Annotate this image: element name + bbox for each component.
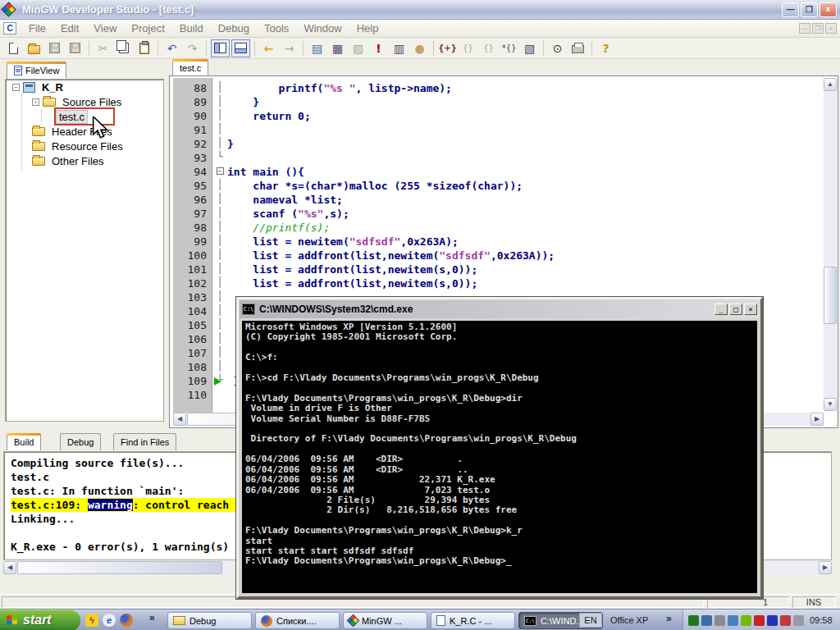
editor-vertical-scrollbar[interactable]: ▲ ▼: [824, 78, 837, 411]
code-line[interactable]: 90│ return 0;: [173, 109, 824, 123]
tab-find-in-files[interactable]: Find in Files: [113, 433, 176, 450]
code-line[interactable]: 98│ //printf(s);: [173, 221, 824, 235]
code-line[interactable]: 91│: [173, 123, 824, 137]
minimize-button[interactable]: —: [782, 2, 799, 17]
cmd-window[interactable]: C:\ C:\WINDOWS\System32\cmd.exe _ □ × Mi…: [236, 297, 763, 599]
scroll-up-arrow[interactable]: ▲: [824, 78, 837, 91]
menu-build[interactable]: Build: [172, 20, 211, 37]
tree-item-k-r[interactable]: -K_R: [6, 80, 163, 94]
menu-debug[interactable]: Debug: [211, 20, 257, 37]
task-doc[interactable]: K_R.C - ...: [431, 612, 515, 629]
code-line[interactable]: 89│ }: [173, 95, 824, 109]
scroll-down-arrow[interactable]: ▼: [824, 398, 837, 411]
navigate-forward-button[interactable]: →: [280, 39, 299, 57]
watch-window-button[interactable]: ▧: [520, 39, 539, 57]
scroll-right-arrow[interactable]: ▶: [819, 561, 832, 574]
menu-file[interactable]: File: [21, 20, 53, 37]
code-line[interactable]: 102│ list = addfront(list,newitem(s,0));: [173, 276, 824, 290]
scroll-thumb[interactable]: [17, 561, 222, 574]
cmd-title-bar[interactable]: C:\ C:\WINDOWS\System32\cmd.exe _ □ ×: [240, 300, 760, 318]
tab-test-c[interactable]: test.c: [172, 59, 208, 75]
expand-toggle[interactable]: -: [32, 98, 39, 106]
fold-collapse-icon[interactable]: −: [217, 167, 224, 175]
cmd-maximize-button[interactable]: □: [729, 304, 742, 315]
child-restore-button[interactable]: ❐: [812, 23, 824, 34]
remove-breakpoint-button[interactable]: {}: [459, 39, 477, 57]
code-line[interactable]: 100│ list = addfront(list,newitem("sdfsd…: [173, 249, 824, 262]
quick-launch-chevron[interactable]: »: [149, 612, 155, 623]
code-line[interactable]: 93└: [173, 151, 824, 165]
toggle-output-view-button[interactable]: [231, 39, 250, 57]
volume-muted-icon[interactable]: [793, 615, 804, 626]
menu-help[interactable]: Help: [349, 20, 386, 37]
new-file-button[interactable]: [4, 39, 23, 57]
disable-breakpoint-button[interactable]: {}: [479, 39, 498, 57]
printer-tray-icon[interactable]: [714, 615, 725, 626]
code-line[interactable]: 101│ list = addfront(list,newitem(s,0));: [173, 262, 824, 276]
open-file-button[interactable]: [25, 39, 43, 57]
scheduler-icon[interactable]: [767, 615, 778, 626]
close-button[interactable]: ×: [819, 2, 837, 17]
undo-button[interactable]: ↶: [162, 39, 181, 57]
navigate-back-button[interactable]: ←: [259, 39, 278, 57]
cmd-close-button[interactable]: ×: [744, 304, 757, 315]
find-in-files-button[interactable]: ⊙: [548, 39, 567, 57]
task-mingw[interactable]: MinGW ...: [343, 612, 427, 629]
paste-button[interactable]: [135, 39, 153, 57]
scroll-left-arrow[interactable]: ◀: [3, 561, 16, 574]
add-breakpoint-button[interactable]: {+}: [438, 39, 457, 57]
expand-toggle[interactable]: -: [12, 84, 20, 91]
office-chevron[interactable]: »: [666, 613, 672, 624]
tab-debug[interactable]: Debug: [60, 433, 101, 450]
pause-hand-button[interactable]: ●: [410, 39, 429, 57]
help-button[interactable]: ?: [596, 39, 615, 57]
cmd-minimize-button[interactable]: _: [714, 304, 728, 315]
code-line[interactable]: 95│ char *s=(char*)malloc (255 *sizeof(c…: [173, 179, 824, 193]
menu-window[interactable]: Window: [296, 20, 349, 37]
code-line[interactable]: 96│ nameval *list;: [173, 193, 824, 207]
build-button[interactable]: ▦: [328, 39, 347, 57]
task-folder[interactable]: Debug: [167, 612, 252, 629]
tree-item-other-files[interactable]: Other Files: [6, 153, 163, 168]
office-toolbar-label[interactable]: Office XP: [610, 615, 648, 625]
tab-fileview[interactable]: FileView: [7, 62, 66, 79]
console-output[interactable]: Microsoft Windows XP [Version 5.1.2600](…: [242, 321, 757, 593]
update-shield-icon[interactable]: [780, 615, 791, 626]
language-indicator[interactable]: EN: [579, 613, 602, 628]
code-line[interactable]: 97│ scanf ("%s",s);: [173, 207, 824, 221]
tab-build[interactable]: Build: [7, 433, 41, 450]
compile-file-button[interactable]: ▥: [390, 39, 409, 57]
restore-button[interactable]: ❐: [801, 2, 818, 17]
power-bolt-icon[interactable]: [754, 615, 765, 626]
copy-button[interactable]: [114, 39, 133, 57]
tree-item-header-files[interactable]: Header Files: [6, 124, 163, 139]
internet-explorer-icon[interactable]: e: [103, 614, 116, 627]
child-close-button[interactable]: ×: [825, 23, 837, 34]
code-line[interactable]: 99│ list = newitem("sdfsdf",0x263A);: [173, 235, 824, 249]
execute-program-button[interactable]: !: [369, 39, 388, 57]
clear-breakpoints-button[interactable]: *{}: [500, 39, 518, 57]
task-firefox[interactable]: Списки....: [255, 612, 340, 629]
taskbar-clock[interactable]: 09:58: [810, 615, 833, 625]
menu-tools[interactable]: Tools: [257, 20, 296, 37]
nvidia-icon[interactable]: [741, 615, 751, 626]
toggle-workspace-view-button[interactable]: [211, 39, 230, 57]
winamp-icon[interactable]: ϟ: [85, 614, 98, 627]
code-line[interactable]: 92│}: [173, 137, 824, 151]
scroll-left-arrow[interactable]: ◀: [173, 413, 186, 426]
scroll-thumb[interactable]: [824, 267, 837, 324]
code-line[interactable]: 94−int main (){: [173, 165, 824, 179]
menu-project[interactable]: Project: [124, 20, 171, 37]
firefox-icon[interactable]: [120, 614, 133, 627]
code-line[interactable]: 88│ printf("%s ", listp->name);: [173, 81, 824, 95]
start-button[interactable]: start: [0, 609, 80, 630]
tree-item-resource-files[interactable]: Resource Files: [6, 139, 163, 153]
green-grid-icon[interactable]: [688, 615, 699, 626]
menu-view[interactable]: View: [86, 20, 124, 37]
network2-icon[interactable]: [728, 615, 738, 626]
menu-edit[interactable]: Edit: [53, 20, 86, 37]
print-button[interactable]: [568, 39, 587, 57]
scroll-right-arrow[interactable]: ▶: [810, 413, 824, 426]
network-icon[interactable]: [701, 615, 712, 626]
compile-button[interactable]: ▤: [308, 39, 326, 57]
